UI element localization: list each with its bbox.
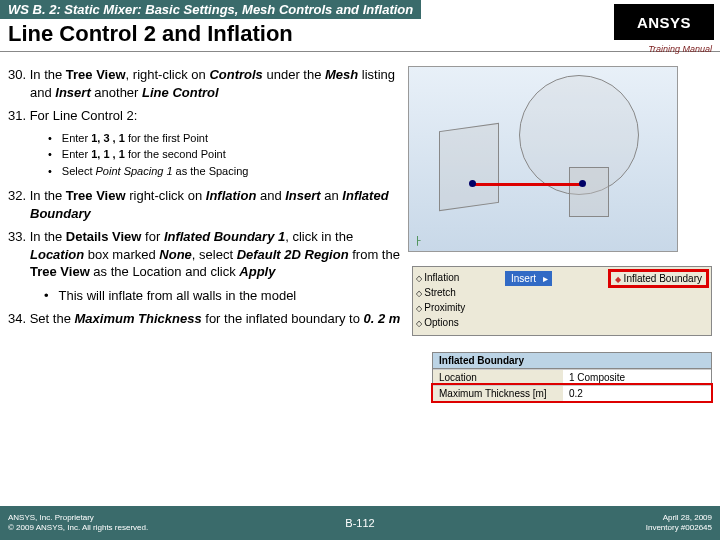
breadcrumb: WS B. 2: Static Mixer: Basic Settings, M… bbox=[0, 0, 421, 19]
details-view-panel: Inflated Boundary Location 1 Composite M… bbox=[432, 352, 712, 402]
tree-item-proximity[interactable]: Proximity bbox=[416, 300, 500, 315]
max-thickness-label: Maximum Thickness [m] bbox=[433, 386, 563, 401]
footer-proprietary: ANSYS, Inc. Proprietary © 2009 ANSYS, In… bbox=[0, 513, 148, 534]
menu-item-insert[interactable]: Insert bbox=[505, 271, 552, 286]
tree-item-options[interactable]: Options bbox=[416, 315, 500, 330]
step-30: 30. In the Tree View, right-click on Con… bbox=[8, 66, 408, 101]
figures-column: ├ Inflation Stretch Proximity Options In… bbox=[408, 66, 712, 334]
geometry-viewport: ├ bbox=[408, 66, 678, 252]
bullet-point-2: Enter 1, 1 , 1 for the second Point bbox=[48, 147, 408, 162]
context-menu-screenshot: Inflation Stretch Proximity Options Inse… bbox=[412, 266, 712, 336]
inlet-pipe-1 bbox=[439, 123, 499, 211]
step-32: 32. In the Tree View right-click on Infl… bbox=[8, 187, 408, 222]
slide-header: WS B. 2: Static Mixer: Basic Settings, M… bbox=[0, 0, 720, 56]
point-marker-2 bbox=[579, 180, 586, 187]
tree-view: Inflation Stretch Proximity Options bbox=[413, 267, 503, 333]
bullet-inflate-note: This will inflate from all walls in the … bbox=[44, 287, 408, 305]
outlet-pipe bbox=[569, 167, 609, 217]
step-31: 31. For Line Control 2: bbox=[8, 107, 408, 125]
step-33: 33. In the Details View for Inflated Bou… bbox=[8, 228, 408, 281]
step-33-bullets: This will inflate from all walls in the … bbox=[8, 287, 408, 305]
bullet-point-1: Enter 1, 3 , 1 for the first Point bbox=[48, 131, 408, 146]
tree-item-inflation[interactable]: Inflation bbox=[416, 270, 500, 285]
axis-triad-icon: ├ bbox=[415, 236, 421, 245]
slide-footer: ANSYS, Inc. Proprietary © 2009 ANSYS, In… bbox=[0, 506, 720, 540]
tree-item-stretch[interactable]: Stretch bbox=[416, 285, 500, 300]
details-row-location: Location 1 Composite bbox=[433, 369, 711, 385]
point-marker-1 bbox=[469, 180, 476, 187]
content-area: 30. In the Tree View, right-click on Con… bbox=[0, 56, 720, 334]
line-control-indicator bbox=[473, 183, 583, 186]
location-label: Location bbox=[433, 370, 563, 385]
divider bbox=[0, 51, 720, 52]
page-title: Line Control 2 and Inflation bbox=[0, 19, 720, 49]
bullet-spacing: Select Point Spacing 1 as the Spacing bbox=[48, 164, 408, 179]
page-number: B-112 bbox=[345, 517, 374, 529]
step-34: 34. Set the Maximum Thickness for the in… bbox=[8, 310, 408, 328]
max-thickness-value[interactable]: 0.2 bbox=[563, 386, 711, 401]
submenu-item-inflated-boundary[interactable]: Inflated Boundary bbox=[610, 271, 707, 286]
ansys-logo: ANSYS bbox=[614, 4, 714, 40]
footer-date: April 28, 2009 Inventory #002645 bbox=[646, 513, 720, 534]
training-manual-label: Training Manual bbox=[648, 44, 712, 54]
step-31-bullets: Enter 1, 3 , 1 for the first Point Enter… bbox=[8, 131, 408, 180]
location-value[interactable]: 1 Composite bbox=[563, 370, 711, 385]
details-panel-title: Inflated Boundary bbox=[433, 353, 711, 369]
details-row-max-thickness: Maximum Thickness [m] 0.2 bbox=[433, 385, 711, 401]
instructions-column: 30. In the Tree View, right-click on Con… bbox=[8, 66, 408, 334]
